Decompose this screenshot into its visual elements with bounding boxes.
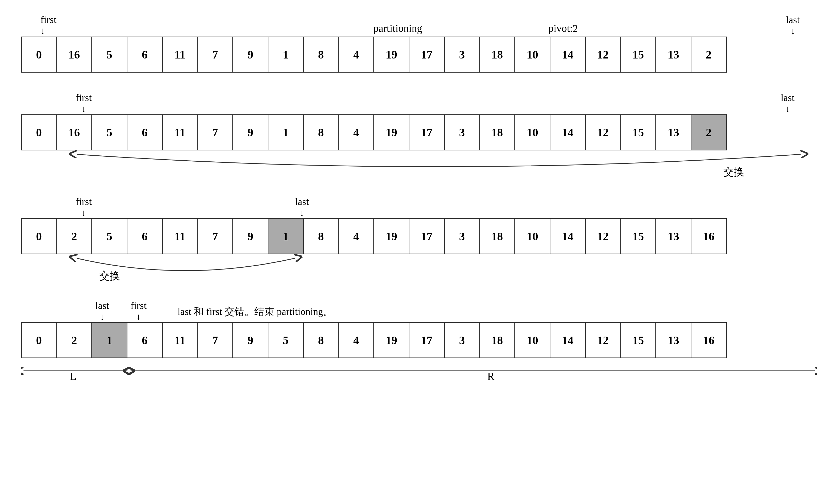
row4-array: 0 2 1 6 11 7 9 5 8 4 19 17 3 18 10 14 12… xyxy=(21,322,727,358)
cell-r3-3: 6 xyxy=(127,218,163,254)
cell-r2-5: 7 xyxy=(197,114,233,150)
cell-r2-4: 11 xyxy=(162,114,198,150)
cell-r1-7: 1 xyxy=(268,37,304,72)
row2-swap-svg xyxy=(21,150,817,177)
cell-r2-3: 6 xyxy=(127,114,163,150)
cell-r3-2: 5 xyxy=(91,218,127,254)
cell-r1-14: 10 xyxy=(514,37,550,72)
row1-last-text: last xyxy=(786,14,800,26)
row1-section: first ↓ partitioning pivot:2 last ↓ 0 16… xyxy=(21,16,813,72)
cell-r4-5: 7 xyxy=(197,322,233,358)
cell-r4-4: 11 xyxy=(162,322,198,358)
cell-r4-10: 19 xyxy=(373,322,410,358)
row3-swap-text: 交换 xyxy=(99,269,120,283)
row4-lr-area: L R xyxy=(21,360,817,381)
cell-r4-12: 3 xyxy=(444,322,480,358)
row2-swap-text: 交换 xyxy=(723,165,744,179)
cell-r3-6: 9 xyxy=(233,218,268,254)
cell-r2-16: 12 xyxy=(585,114,621,150)
cell-r2-10: 19 xyxy=(373,114,410,150)
row2-last-label: last ↓ xyxy=(781,92,795,114)
row3-last-label: last ↓ xyxy=(295,196,309,218)
cell-r1-9: 4 xyxy=(338,37,374,72)
cell-r1-10: 19 xyxy=(373,37,410,72)
row1-labels: first ↓ partitioning pivot:2 last ↓ xyxy=(21,16,817,37)
cell-r1-16: 12 xyxy=(585,37,621,72)
cell-r1-19: 2 xyxy=(690,37,727,72)
cell-r2-19: 2 xyxy=(690,114,727,150)
row1-pivot-label: pivot:2 xyxy=(548,22,578,35)
cell-r1-0: 0 xyxy=(21,37,57,72)
row3-array: 0 2 5 6 11 7 9 1 8 4 19 17 3 18 10 14 12… xyxy=(21,218,727,254)
cell-r1-3: 6 xyxy=(127,37,163,72)
cell-r4-14: 10 xyxy=(514,322,550,358)
row2-first-label: first ↓ xyxy=(76,92,92,114)
cell-r3-9: 4 xyxy=(338,218,374,254)
row3-section: first ↓ last ↓ 0 2 5 6 11 7 9 1 8 4 19 1… xyxy=(21,197,813,281)
cell-r3-14: 10 xyxy=(514,218,550,254)
cell-r2-7: 1 xyxy=(268,114,304,150)
row1-last-label: last ↓ xyxy=(786,14,800,37)
row2-swap-area: 交换 xyxy=(21,150,817,177)
cell-r4-9: 4 xyxy=(338,322,374,358)
cell-r1-4: 11 xyxy=(162,37,198,72)
cell-r4-7: 5 xyxy=(268,322,304,358)
row4-first-label: first ↓ xyxy=(131,300,147,322)
lr-svg: L R xyxy=(21,360,817,381)
row4-crossing-text: last 和 first 交错。结束 partitioning。 xyxy=(178,305,333,318)
cell-r4-0: 0 xyxy=(21,322,57,358)
cell-r1-15: 14 xyxy=(550,37,586,72)
row2-labels: first ↓ last ↓ xyxy=(21,93,817,114)
cell-r4-8: 8 xyxy=(303,322,339,358)
row1-first-label: first ↓ xyxy=(41,14,57,37)
svg-text:R: R xyxy=(487,370,495,381)
cell-r3-11: 17 xyxy=(409,218,445,254)
cell-r2-15: 14 xyxy=(550,114,586,150)
cell-r3-19: 16 xyxy=(690,218,727,254)
cell-r3-0: 0 xyxy=(21,218,57,254)
cell-r3-16: 12 xyxy=(585,218,621,254)
row3-swap-svg xyxy=(21,254,817,281)
cell-r4-1: 2 xyxy=(56,322,92,358)
cell-r3-4: 11 xyxy=(162,218,198,254)
cell-r2-18: 13 xyxy=(655,114,692,150)
cell-r1-13: 18 xyxy=(479,37,515,72)
svg-text:L: L xyxy=(70,370,76,381)
cell-r3-15: 14 xyxy=(550,218,586,254)
row4-last-label: last ↓ xyxy=(95,300,109,322)
cell-r3-8: 8 xyxy=(303,218,339,254)
cell-r4-2: 1 xyxy=(91,322,127,358)
cell-r2-8: 8 xyxy=(303,114,339,150)
row3-labels: first ↓ last ↓ xyxy=(21,197,817,218)
cell-r1-11: 17 xyxy=(409,37,445,72)
row3-swap-area: 交换 xyxy=(21,254,817,281)
cell-r3-1: 2 xyxy=(56,218,92,254)
cell-r4-17: 15 xyxy=(620,322,656,358)
row3-first-label: first ↓ xyxy=(76,196,92,218)
row1-first-text: first xyxy=(41,14,57,25)
cell-r4-18: 13 xyxy=(655,322,692,358)
cell-r4-16: 12 xyxy=(585,322,621,358)
cell-r1-12: 3 xyxy=(444,37,480,72)
cell-r2-17: 15 xyxy=(620,114,656,150)
row1-first-arrow: ↓ xyxy=(41,25,45,37)
cell-r2-0: 0 xyxy=(21,114,57,150)
cell-r1-5: 7 xyxy=(197,37,233,72)
row4-labels: last ↓ first ↓ last 和 first 交错。结束 partit… xyxy=(21,301,817,322)
cell-r4-19: 16 xyxy=(690,322,727,358)
cell-r2-14: 10 xyxy=(514,114,550,150)
cell-r2-12: 3 xyxy=(444,114,480,150)
cell-r4-15: 14 xyxy=(550,322,586,358)
row1-partitioning-label: partitioning xyxy=(373,22,422,35)
cell-r1-6: 9 xyxy=(233,37,268,72)
row1-last-arrow: ↓ xyxy=(790,26,795,37)
cell-r1-18: 13 xyxy=(655,37,692,72)
row1-array: 0 16 5 6 11 7 9 1 8 4 19 17 3 18 10 14 1… xyxy=(21,37,727,72)
cell-r4-13: 18 xyxy=(479,322,515,358)
cell-r3-7: 1 xyxy=(268,218,304,254)
cell-r2-6: 9 xyxy=(233,114,268,150)
cell-r4-3: 6 xyxy=(127,322,163,358)
cell-r1-2: 5 xyxy=(91,37,127,72)
cell-r1-1: 16 xyxy=(56,37,92,72)
cell-r2-2: 5 xyxy=(91,114,127,150)
